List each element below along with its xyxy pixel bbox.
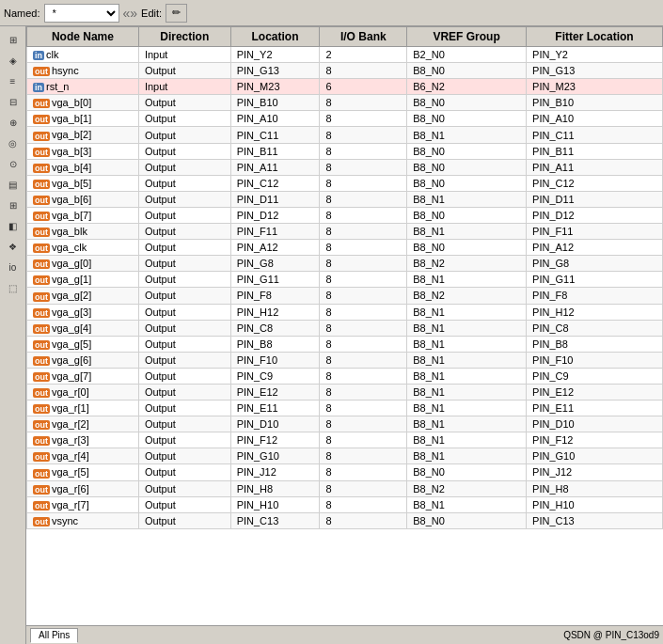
cell-io-bank: 8	[320, 464, 407, 480]
cell-fitter-location: PIN_C12	[527, 175, 663, 191]
col-node-name[interactable]: Node Name	[27, 27, 139, 47]
cell-location: PIN_D12	[230, 207, 320, 223]
cell-direction: Output	[138, 207, 230, 223]
sidebar-icon-11[interactable]: ❖	[4, 237, 23, 256]
cell-vref-group: B8_N1	[407, 304, 527, 320]
cell-vref-group: B8_N0	[407, 512, 527, 528]
cell-io-bank: 8	[320, 95, 407, 111]
sidebar-icon-2[interactable]: ◈	[4, 51, 23, 70]
cell-location: PIN_B11	[230, 143, 320, 159]
cell-location: PIN_G11	[230, 272, 320, 288]
col-location[interactable]: Location	[230, 27, 320, 47]
sidebar-icon-3[interactable]: ≡	[4, 71, 23, 90]
pin-table-area[interactable]: Node Name Direction Location I/O Bank VR…	[26, 26, 663, 644]
table-row: outvga_r[5] Output PIN_J12 8 B8_N0 PIN_J…	[27, 464, 663, 480]
table-row: outvga_r[2] Output PIN_D10 8 B8_N1 PIN_D…	[27, 416, 663, 432]
sidebar-icon-6[interactable]: ◎	[4, 134, 23, 152]
pin-badge: out	[33, 292, 50, 302]
sidebar-icon-7[interactable]: ⊙	[4, 154, 23, 173]
cell-fitter-location: PIN_Y2	[527, 47, 663, 63]
table-row: outvga_g[1] Output PIN_G11 8 B8_N1 PIN_G…	[27, 272, 663, 288]
table-row: inclk Input PIN_Y2 2 B2_N0 PIN_Y2	[27, 47, 663, 63]
cell-vref-group: B8_N1	[407, 401, 527, 416]
cell-node-name: outvga_g[2]	[27, 288, 139, 304]
cell-fitter-location: PIN_B10	[527, 95, 663, 111]
table-row: outvga_b[0] Output PIN_B10 8 B8_N0 PIN_B…	[27, 95, 663, 111]
cell-fitter-location: PIN_F11	[527, 224, 663, 240]
cell-node-name: outhsync	[27, 63, 139, 79]
cell-location: PIN_B10	[230, 95, 320, 111]
table-row: outvga_g[7] Output PIN_C9 8 B8_N1 PIN_C9	[27, 368, 663, 384]
cell-location: PIN_A11	[230, 159, 320, 175]
pin-badge: out	[33, 115, 50, 124]
table-row: outvga_r[3] Output PIN_F12 8 B8_N1 PIN_F…	[27, 432, 663, 448]
cell-fitter-location: PIN_E11	[527, 401, 663, 416]
cell-fitter-location: PIN_D10	[527, 416, 663, 432]
sidebar-icon-13[interactable]: ⬚	[4, 278, 23, 297]
cell-direction: Output	[138, 432, 230, 448]
cell-location: PIN_B8	[230, 336, 320, 352]
cell-direction: Output	[138, 416, 230, 432]
status-text: QSDN @ PIN_C13od9	[563, 630, 659, 640]
cell-node-name: outvga_r[0]	[27, 384, 139, 400]
sidebar-icon-5[interactable]: ⊕	[4, 113, 23, 132]
cell-vref-group: B8_N0	[407, 207, 527, 223]
cell-node-name: outvga_r[1]	[27, 401, 139, 416]
cell-node-name: outvsync	[27, 512, 139, 528]
sidebar-icon-1[interactable]: ⊞	[4, 30, 23, 49]
named-label: Named:	[4, 8, 40, 19]
cell-vref-group: B8_N0	[407, 240, 527, 256]
cell-location: PIN_E11	[230, 401, 320, 416]
sidebar-icon-4[interactable]: ⊟	[4, 92, 23, 111]
cell-fitter-location: PIN_G10	[527, 448, 663, 464]
cell-vref-group: B6_N2	[407, 79, 527, 95]
pin-badge: in	[33, 83, 44, 92]
table-row: inrst_n Input PIN_M23 6 B6_N2 PIN_M23	[27, 79, 663, 95]
col-io-bank[interactable]: I/O Bank	[320, 27, 407, 47]
sidebar-icon-9[interactable]: ⊞	[4, 196, 23, 214]
cell-io-bank: 8	[320, 384, 407, 400]
table-row: outvsync Output PIN_C13 8 B8_N0 PIN_C13	[27, 512, 663, 528]
pin-badge: out	[33, 180, 50, 189]
pin-badge: out	[33, 452, 50, 462]
cell-direction: Output	[138, 288, 230, 304]
cell-vref-group: B8_N1	[407, 191, 527, 207]
cell-direction: Output	[138, 143, 230, 159]
edit-button[interactable]: ✏	[166, 4, 187, 23]
bottom-bar: All Pins QSDN @ PIN_C13od9	[26, 625, 663, 644]
col-fitter-location[interactable]: Fitter Location	[527, 27, 663, 47]
named-dropdown[interactable]: *	[44, 4, 119, 23]
table-row: outvga_g[0] Output PIN_G8 8 B8_N2 PIN_G8	[27, 256, 663, 272]
table-row: outvga_clk Output PIN_A12 8 B8_N0 PIN_A1…	[27, 240, 663, 256]
cell-direction: Output	[138, 175, 230, 191]
cell-node-name: outvga_g[6]	[27, 352, 139, 368]
cell-direction: Output	[138, 464, 230, 480]
cell-node-name: outvga_g[7]	[27, 368, 139, 384]
cell-direction: Output	[138, 127, 230, 143]
cell-io-bank: 8	[320, 272, 407, 288]
cell-location: PIN_A12	[230, 240, 320, 256]
cell-node-name: outvga_r[4]	[27, 448, 139, 464]
edit-label: Edit:	[141, 8, 162, 19]
cell-vref-group: B8_N2	[407, 480, 527, 496]
table-row: outvga_g[4] Output PIN_C8 8 B8_N1 PIN_C8	[27, 320, 663, 336]
sidebar-icon-12[interactable]: io	[4, 258, 23, 276]
cell-direction: Output	[138, 512, 230, 528]
col-vref-group[interactable]: VREF Group	[407, 27, 527, 47]
pin-badge: out	[33, 485, 50, 495]
cell-node-name: outvga_b[6]	[27, 191, 139, 207]
pin-badge: out	[33, 132, 50, 141]
all-pins-tab[interactable]: All Pins	[30, 628, 78, 643]
sidebar-icon-10[interactable]: ◧	[4, 216, 23, 235]
cell-node-name: outvga_b[2]	[27, 127, 139, 143]
pin-badge: out	[33, 501, 50, 510]
cell-location: PIN_F10	[230, 352, 320, 368]
cell-io-bank: 8	[320, 224, 407, 240]
cell-io-bank: 8	[320, 368, 407, 384]
table-row: outvga_g[2] Output PIN_F8 8 B8_N2 PIN_F8	[27, 288, 663, 304]
col-direction[interactable]: Direction	[138, 27, 230, 47]
left-sidebar: ⊞ ◈ ≡ ⊟ ⊕ ◎ ⊙ ▤ ⊞ ◧ ❖ io ⬚	[0, 26, 26, 644]
sidebar-icon-8[interactable]: ▤	[4, 175, 23, 194]
cell-fitter-location: PIN_H8	[527, 480, 663, 496]
cell-fitter-location: PIN_G13	[527, 63, 663, 79]
